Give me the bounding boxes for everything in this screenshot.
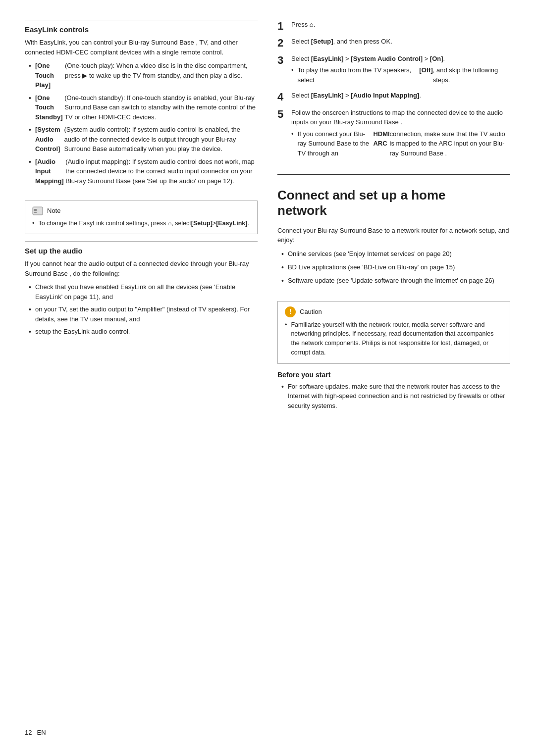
note-bold2: [EasyLink] xyxy=(216,219,247,228)
step-2-bold: [Setup] xyxy=(311,38,333,45)
step-5-content: Follow the onscreen instructions to map … xyxy=(291,108,510,160)
easylink-intro: With EasyLink, you can control your Blu-… xyxy=(25,38,258,57)
step-3-bold1: [EasyLink] xyxy=(311,55,344,62)
caution-box: ! Caution Familiarize yourself with the … xyxy=(277,301,510,364)
step-3-number: 3 xyxy=(277,54,291,67)
list-item: setup the EasyLink audio control. xyxy=(25,327,258,337)
list-item: For software updates, make sure that the… xyxy=(277,382,510,411)
before-you-start-title: Before you start xyxy=(277,371,510,379)
bullet-bold: [One Touch Standby] xyxy=(35,93,63,122)
caution-header: ! Caution xyxy=(285,306,503,317)
step-1-content: Press ⌂. xyxy=(291,20,510,30)
page-footer: 12 EN xyxy=(25,729,258,736)
step-3-bold3: [On] xyxy=(430,55,443,62)
note-box: Note To change the EasyLink control sett… xyxy=(25,201,258,234)
step-3-sub-bold: [Off] xyxy=(419,65,432,75)
svg-rect-2 xyxy=(34,210,37,211)
bullet-bold: [Audio Input Mapping] xyxy=(35,157,64,186)
section-divider xyxy=(25,20,258,20)
setup-audio-intro: If you cannot hear the audio output of a… xyxy=(25,259,258,278)
step-3-sub-list: To play the audio from the TV speakers, … xyxy=(291,65,510,85)
step-sub-item: To play the audio from the TV speakers, … xyxy=(291,65,510,85)
svg-rect-1 xyxy=(34,209,37,210)
easylink-bullet-list: [One Touch Play] (One-touch play): When … xyxy=(25,61,258,189)
list-item: Online services (see 'Enjoy Internet ser… xyxy=(277,249,510,259)
list-item: Check that you have enabled EasyLink on … xyxy=(25,282,258,302)
list-item: [System Audio Control] (System audio con… xyxy=(25,125,258,154)
setup-audio-title: Set up the audio xyxy=(25,247,258,255)
list-item: BD Live applications (see 'BD-Live on Bl… xyxy=(277,262,510,273)
step-2: 2 Select [Setup], and then press OK. xyxy=(277,37,510,50)
language-label: EN xyxy=(37,729,46,736)
page-number: 12 xyxy=(25,729,32,736)
step-1: 1 Press ⌂. xyxy=(277,20,510,33)
step-3-content: Select [EasyLink] > [System Audio Contro… xyxy=(291,54,510,87)
note-content: To change the EasyLink control settings,… xyxy=(32,219,250,228)
note-header: Note xyxy=(32,206,250,216)
step-2-content: Select [Setup], and then press OK. xyxy=(291,37,510,47)
two-column-layout: EasyLink controls With EasyLink, you can… xyxy=(25,20,510,736)
step-5: 5 Follow the onscreen instructions to ma… xyxy=(277,108,510,160)
list-item: Software update (see 'Update software th… xyxy=(277,276,510,286)
note-label: Note xyxy=(47,206,60,216)
list-item: [One Touch Standby] (One-touch standby):… xyxy=(25,93,258,122)
easylink-section-title: EasyLink controls xyxy=(25,25,258,34)
step-4-bold2: [Audio Input Mapping] xyxy=(351,92,419,99)
numbered-steps: 1 Press ⌂. 2 Select [Setup], and then pr… xyxy=(277,20,510,164)
note-item: To change the EasyLink control settings,… xyxy=(32,219,250,228)
step-4-number: 4 xyxy=(277,91,291,103)
section-separator xyxy=(277,174,510,175)
setup-audio-bullet-list: Check that you have enabled EasyLink on … xyxy=(25,282,258,340)
step-1-number: 1 xyxy=(277,20,291,33)
before-you-start-text: For software updates, make sure that the… xyxy=(288,382,510,411)
step-4-bold1: [EasyLink] xyxy=(311,92,344,99)
step-sub-item: If you connect your Blu-ray Surround Bas… xyxy=(291,129,510,158)
home-network-intro: Connect your Blu-ray Surround Base to a … xyxy=(277,226,510,245)
caution-icon: ! xyxy=(285,306,296,317)
step-3-bold2: [System Audio Control] xyxy=(351,55,423,62)
home-network-title: Connect and set up a homenetwork xyxy=(277,188,510,218)
bullet-bold: [System Audio Control] xyxy=(35,125,62,154)
home-network-bullet-list: Online services (see 'Enjoy Internet ser… xyxy=(277,249,510,289)
note-bold: [Setup] xyxy=(191,219,213,228)
section-divider-2 xyxy=(25,241,258,242)
step-4: 4 Select [EasyLink] > [Audio Input Mappi… xyxy=(277,91,510,103)
right-column: 1 Press ⌂. 2 Select [Setup], and then pr… xyxy=(277,20,510,736)
list-item: on your TV, set the audio output to "Amp… xyxy=(25,304,258,324)
caution-text: Familiarize yourself with the network ro… xyxy=(291,320,503,357)
note-icon xyxy=(32,206,43,215)
left-column: EasyLink controls With EasyLink, you can… xyxy=(25,20,258,736)
page: EasyLink controls With EasyLink, you can… xyxy=(0,0,535,756)
caution-item: Familiarize yourself with the network ro… xyxy=(285,320,503,357)
caution-content: Familiarize yourself with the network ro… xyxy=(285,320,503,357)
before-you-start-list: For software updates, make sure that the… xyxy=(277,382,510,414)
bullet-bold: [One Touch Play] xyxy=(35,61,63,90)
svg-rect-3 xyxy=(34,212,37,213)
step-3: 3 Select [EasyLink] > [System Audio Cont… xyxy=(277,54,510,87)
step-5-hdmi-bold: HDMI ARC xyxy=(373,129,389,149)
list-item: [One Touch Play] (One-touch play): When … xyxy=(25,61,258,90)
list-item: [Audio Input Mapping] (Audio input mappi… xyxy=(25,157,258,186)
step-4-content: Select [EasyLink] > [Audio Input Mapping… xyxy=(291,91,510,101)
step-2-number: 2 xyxy=(277,37,291,50)
step-5-sub-list: If you connect your Blu-ray Surround Bas… xyxy=(291,129,510,158)
step-5-number: 5 xyxy=(277,108,291,121)
caution-label: Caution xyxy=(300,307,322,317)
